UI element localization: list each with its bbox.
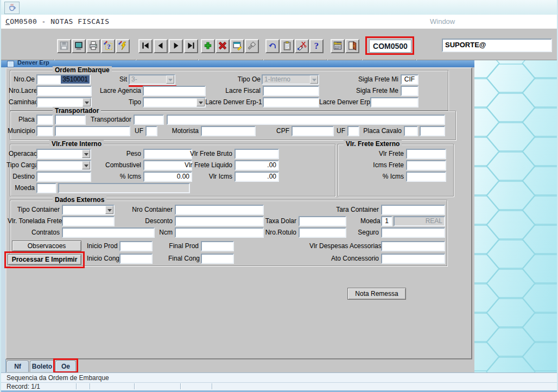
- vlr-tonelada-frete-field[interactable]: [62, 216, 115, 226]
- nro-rotulo-label: Nro.Rotulo: [259, 227, 296, 238]
- lacre-fiscal-field[interactable]: [263, 86, 319, 96]
- nota-remessa-button[interactable]: Nota Remessa: [347, 288, 406, 300]
- vlr-frete-liquido-field[interactable]: .00: [234, 160, 279, 170]
- nro-lacre-field[interactable]: [36, 86, 92, 96]
- previous-record-button[interactable]: [154, 39, 168, 53]
- tab-boleto[interactable]: Boleto: [30, 361, 54, 372]
- exit-door-icon: [347, 41, 357, 52]
- transportador-name-field[interactable]: [167, 115, 445, 125]
- record-indicator: Record: 1/1: [1, 382, 558, 390]
- pct-icms-ext-field[interactable]: [406, 172, 446, 182]
- clipboard-button[interactable]: [280, 39, 294, 53]
- inicio-cong-label: Inicio Cong: [87, 254, 117, 264]
- destino-field[interactable]: [36, 172, 91, 182]
- transportador-code-field[interactable]: [134, 115, 164, 125]
- lacre-agencia-field[interactable]: [143, 86, 206, 96]
- java-cup-icon: [8, 3, 16, 13]
- nro-lacre-label: Nro.Lacre: [9, 86, 35, 96]
- operacao-label: Operacao: [9, 149, 35, 159]
- record-bar-separator: [90, 383, 90, 389]
- screen-button[interactable]: [72, 39, 86, 53]
- icms-frete-field[interactable]: [406, 160, 446, 170]
- municipio-name-field[interactable]: [55, 126, 130, 136]
- nro-container-field[interactable]: [175, 205, 264, 215]
- inicio-cong-field[interactable]: [119, 254, 153, 264]
- menu-icon: Menu: [333, 41, 343, 52]
- enter-query-button[interactable]: ?: [101, 39, 115, 53]
- next-record-icon: [171, 41, 181, 52]
- vlr-despesas-field[interactable]: [381, 241, 445, 251]
- tab-nf[interactable]: Nf: [7, 361, 29, 372]
- vlr-frete-bruto-field[interactable]: [234, 149, 279, 159]
- nro-container-label: Nro Container: [131, 205, 173, 215]
- next-record-button[interactable]: [169, 39, 183, 53]
- municipio-label: Municipio: [8, 126, 35, 136]
- undo-button[interactable]: [265, 39, 280, 53]
- ato-concessorio-field[interactable]: [381, 254, 445, 264]
- java-button[interactable]: [4, 2, 20, 14]
- caminhao-select[interactable]: [36, 97, 92, 108]
- placa-cavalo-field-2[interactable]: [420, 126, 445, 136]
- tara-container-label: Tara Container: [330, 205, 379, 215]
- insert-record-button[interactable]: [201, 39, 215, 53]
- uf-field[interactable]: [145, 126, 157, 136]
- lacre-denver-erp1-field[interactable]: [263, 97, 319, 108]
- processar-e-imprimir-button[interactable]: Processar E Imprimir: [8, 254, 81, 265]
- ncm-field[interactable]: [175, 227, 264, 238]
- save-button[interactable]: [57, 39, 71, 53]
- help-button[interactable]: ?: [309, 39, 324, 53]
- vlr-frete-field[interactable]: [406, 149, 446, 159]
- window-menu[interactable]: Window: [430, 17, 455, 26]
- placa-field-1[interactable]: [36, 115, 53, 125]
- moeda-desc-field: [58, 183, 190, 193]
- user-field[interactable]: SUPORTE@: [442, 39, 552, 52]
- tara-container-field[interactable]: [381, 205, 445, 215]
- final-prod-field[interactable]: [201, 241, 234, 251]
- seguro-field[interactable]: [381, 227, 445, 238]
- list-of-values-button[interactable]: [245, 39, 259, 53]
- menu-button[interactable]: Menu: [331, 39, 345, 53]
- first-record-button[interactable]: [138, 39, 153, 53]
- cut-record-button[interactable]: [295, 39, 309, 53]
- motorista-field[interactable]: [201, 126, 256, 136]
- tab-oe[interactable]: Oe: [55, 361, 76, 372]
- placa-field-2[interactable]: [55, 115, 86, 125]
- inicio-prod-field[interactable]: [119, 241, 153, 251]
- lacre-denver-erp2-field[interactable]: [370, 97, 418, 108]
- tipo-select[interactable]: [143, 97, 206, 108]
- hexagon-background: [474, 60, 558, 372]
- svg-text:Menu: Menu: [334, 42, 341, 45]
- execute-query-button[interactable]: [116, 39, 130, 53]
- tipo-container-select[interactable]: [62, 205, 115, 215]
- sigla-frete-mi-field[interactable]: CIF: [401, 74, 418, 85]
- cpf-field[interactable]: [291, 126, 334, 136]
- municipio-code-field[interactable]: [36, 126, 53, 136]
- svg-text:?: ?: [314, 41, 319, 50]
- final-cong-field[interactable]: [201, 254, 234, 264]
- moeda-field[interactable]: [36, 183, 56, 193]
- sigla-frete-me-field[interactable]: [401, 86, 418, 96]
- print-button[interactable]: [86, 39, 100, 53]
- pct-icms-field[interactable]: 0.00: [143, 172, 192, 182]
- uf2-field[interactable]: [347, 126, 359, 136]
- operacao-select[interactable]: [36, 149, 91, 159]
- tipo-carga-select[interactable]: [36, 160, 91, 170]
- observacoes-button[interactable]: Observacoes: [12, 241, 81, 251]
- delete-record-button[interactable]: [215, 39, 230, 53]
- destino-label: Destino: [11, 172, 35, 182]
- module-menu[interactable]: COM0500 - NOTAS FISCAIS: [5, 17, 110, 26]
- last-record-button[interactable]: [184, 39, 198, 53]
- contratos-field[interactable]: [62, 227, 155, 238]
- vlr-icms-field[interactable]: .00: [234, 172, 279, 182]
- placa-cavalo-field-1[interactable]: [404, 126, 418, 136]
- nro-rotulo-field[interactable]: [299, 227, 346, 238]
- previous-record-icon: [156, 41, 166, 52]
- exit-button[interactable]: [345, 39, 359, 53]
- delete-record-icon: [218, 41, 227, 52]
- moeda2-field[interactable]: 1: [381, 216, 392, 226]
- undo-icon: [268, 41, 277, 52]
- nro-oe-field[interactable]: 3510001: [36, 74, 91, 85]
- edit-button[interactable]: [230, 39, 244, 53]
- taxa-dolar-field[interactable]: [299, 216, 346, 226]
- desconto-field[interactable]: [175, 216, 264, 226]
